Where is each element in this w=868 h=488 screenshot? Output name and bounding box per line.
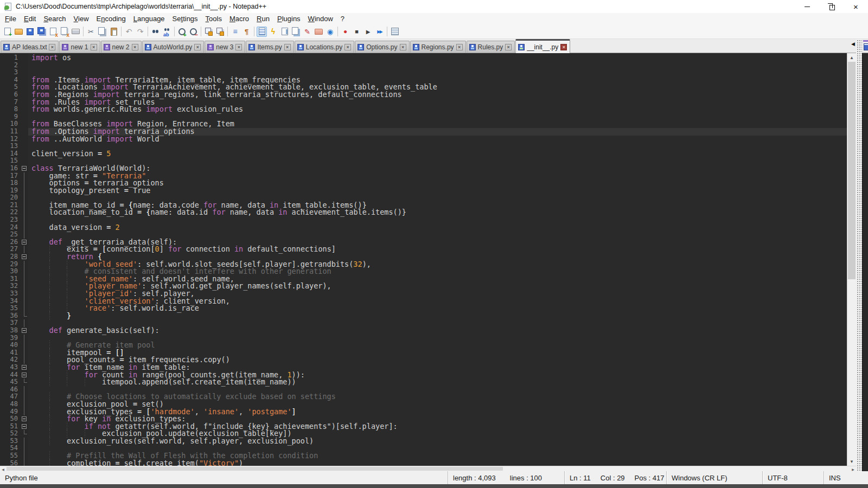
tab-close-icon[interactable]: ×: [456, 44, 463, 50]
tab-scroll-left-icon[interactable]: ◀: [851, 41, 855, 47]
status-insert-mode[interactable]: INS: [829, 474, 841, 482]
tab-options-py[interactable]: Options.py×: [355, 41, 409, 53]
menu-[interactable]: ?: [337, 14, 348, 23]
menu-plugins[interactable]: Plugins: [273, 14, 304, 23]
save-all-icon[interactable]: [36, 27, 47, 37]
macro-play-icon[interactable]: [363, 27, 373, 37]
tab-rules-py[interactable]: Rules.py×: [467, 41, 515, 53]
close-icon[interactable]: [48, 27, 58, 37]
vertical-scroll-thumb[interactable]: [848, 62, 856, 279]
view-splitter[interactable]: [856, 39, 862, 471]
code-line[interactable]: options = terraria_options: [28, 179, 847, 187]
code-line[interactable]: def generate_basic(self):: [28, 327, 847, 335]
open-icon[interactable]: [14, 27, 24, 37]
code-line[interactable]: topology_present = True: [28, 187, 847, 195]
code-line[interactable]: exits = [connection[0] for connection in…: [28, 246, 847, 253]
code-line[interactable]: 'race': self.world.is_race: [28, 305, 847, 312]
macro-stop-icon[interactable]: [352, 27, 362, 37]
code-line[interactable]: [28, 143, 847, 150]
tab-locations-py[interactable]: Locations.py×: [295, 41, 354, 53]
tab-close-icon[interactable]: ×: [560, 44, 567, 50]
scroll-up-icon[interactable]: ▲: [847, 53, 856, 62]
code-line[interactable]: import os: [28, 54, 847, 62]
menu-macro[interactable]: Macro: [226, 14, 253, 23]
fold-collapse-icon[interactable]: [20, 239, 28, 246]
new-file-icon[interactable]: [2, 27, 12, 37]
scroll-down-icon[interactable]: ▼: [847, 457, 856, 466]
tab-new-3[interactable]: new 3×: [205, 41, 245, 53]
scroll-right-icon[interactable]: ▶: [850, 466, 856, 472]
tab-close-icon[interactable]: ×: [344, 44, 351, 50]
status-encoding[interactable]: UTF-8: [768, 474, 788, 482]
cut-icon[interactable]: [86, 27, 96, 37]
tab-close-icon[interactable]: ×: [49, 44, 55, 50]
second-view-editor[interactable]: [862, 53, 868, 471]
edge-marker-icon[interactable]: [302, 27, 312, 37]
menu-edit[interactable]: Edit: [20, 14, 40, 23]
horizontal-scroll-thumb[interactable]: [7, 467, 503, 471]
gutter[interactable]: 1234567891011121314151617181920212223242…: [0, 53, 28, 466]
tab--init-py[interactable]: __init__.py×: [515, 39, 570, 53]
tab-regions-py[interactable]: Regions.py×: [410, 41, 466, 53]
fold-collapse-icon[interactable]: [20, 165, 28, 172]
code-line[interactable]: exclusion_rules(self.world, self.player,…: [28, 438, 847, 445]
menu-search[interactable]: Search: [40, 14, 69, 23]
find-icon[interactable]: [150, 27, 161, 37]
code-area[interactable]: import osfrom .Items import TerrariaItem…: [28, 53, 847, 466]
fold-collapse-icon[interactable]: [20, 327, 28, 335]
fold-collapse-icon[interactable]: [20, 364, 28, 371]
macro-save-icon[interactable]: [390, 27, 400, 37]
tab-close-icon[interactable]: ×: [235, 44, 242, 50]
close-all-icon[interactable]: [59, 27, 69, 37]
code-line[interactable]: [28, 157, 847, 165]
minimize-button[interactable]: [795, 0, 819, 13]
code-line[interactable]: from worlds.generic.Rules import exclusi…: [28, 106, 847, 113]
code-line[interactable]: data_version = 2: [28, 224, 847, 232]
document-switcher-icon[interactable]: [291, 27, 301, 37]
tab-ap-ideas-txt[interactable]: AP Ideas.txt×: [1, 41, 59, 53]
fold-collapse-icon[interactable]: [20, 371, 28, 379]
tab-close-icon[interactable]: ×: [132, 44, 138, 50]
show-all-characters-icon[interactable]: [241, 27, 252, 37]
code-line[interactable]: completion = self.create_item("Victory"): [28, 460, 847, 466]
redo-icon[interactable]: [135, 27, 145, 37]
fold-collapse-icon[interactable]: [20, 253, 28, 261]
undo-icon[interactable]: [124, 27, 134, 37]
menu-file[interactable]: File: [1, 14, 20, 23]
tab-close-icon[interactable]: ×: [91, 44, 97, 50]
indent-guide-icon[interactable]: [257, 27, 267, 37]
code-line[interactable]: # Generate item pool: [28, 342, 847, 349]
tab-items-py[interactable]: Items.py×: [246, 41, 293, 53]
status-eol[interactable]: Windows (CR LF): [672, 474, 727, 482]
folder-workspace-icon[interactable]: [314, 27, 324, 37]
zoom-out-icon[interactable]: [188, 27, 199, 37]
copy-icon[interactable]: [97, 27, 107, 37]
tab-new-2[interactable]: new 2×: [101, 41, 142, 53]
sync-vertical-icon[interactable]: [203, 27, 214, 37]
paste-icon[interactable]: [108, 27, 119, 37]
tab-close-icon[interactable]: ×: [284, 44, 291, 50]
code-line[interactable]: client_version = 5: [28, 150, 847, 158]
tab-autoworld-py[interactable]: AutoWorld.py×: [142, 41, 205, 53]
code-line[interactable]: location_name_to_id = {name: data.id for…: [28, 209, 847, 216]
zoom-in-icon[interactable]: [177, 27, 187, 37]
code-line[interactable]: from ..AutoWorld import World: [28, 136, 847, 143]
tab-new-1[interactable]: new 1×: [59, 41, 100, 53]
restore-button[interactable]: [819, 0, 844, 13]
menu-run[interactable]: Run: [253, 14, 273, 23]
code-line[interactable]: itempool.append(self.create_item(item_na…: [28, 378, 847, 386]
close-button[interactable]: ×: [844, 0, 868, 13]
scroll-left-icon[interactable]: ◀: [0, 466, 6, 472]
monitoring-icon[interactable]: [325, 27, 335, 37]
editor-view[interactable]: 1234567891011121314151617181920212223242…: [0, 53, 847, 466]
second-view-tab[interactable]: [862, 39, 868, 53]
code-line[interactable]: [28, 216, 847, 224]
code-line[interactable]: class TerrariaWorld(World):: [28, 165, 847, 172]
vertical-scrollbar[interactable]: ▲ ▼: [847, 53, 856, 466]
horizontal-scrollbar[interactable]: ◀ ▶: [0, 466, 856, 471]
tab-close-icon[interactable]: ×: [400, 44, 406, 50]
menu-language[interactable]: Language: [130, 14, 169, 23]
menu-settings[interactable]: Settings: [169, 14, 202, 23]
print-icon[interactable]: [71, 27, 81, 37]
menu-tools[interactable]: Tools: [202, 14, 226, 23]
